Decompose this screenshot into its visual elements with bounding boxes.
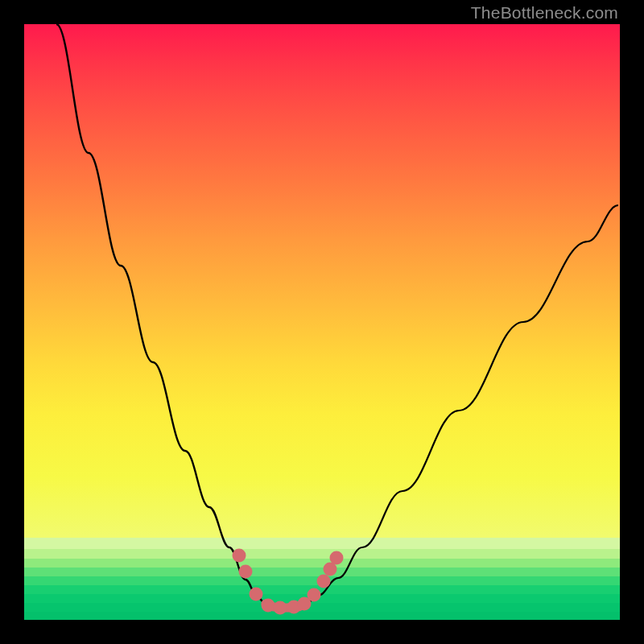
band-7 — [24, 594, 620, 603]
band-3 — [24, 559, 620, 568]
watermark-text: TheBottleneck.com — [471, 3, 618, 23]
background-gradient — [24, 24, 620, 620]
chart-frame: TheBottleneck.com — [0, 0, 644, 644]
gradient-main — [24, 24, 620, 538]
plot-area — [24, 24, 620, 620]
band-8 — [24, 603, 620, 612]
band-5 — [24, 576, 620, 585]
band-6 — [24, 585, 620, 594]
band-2 — [24, 549, 620, 559]
band-1 — [24, 538, 620, 549]
band-4 — [24, 568, 620, 576]
band-9 — [24, 612, 620, 620]
